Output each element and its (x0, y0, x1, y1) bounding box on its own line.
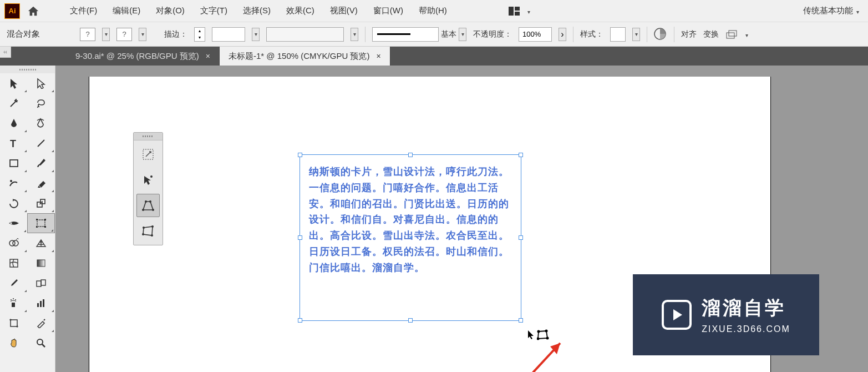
svg-rect-29 (37, 303, 39, 307)
svg-point-27 (13, 298, 14, 299)
more-options-dropdown[interactable] (745, 29, 748, 39)
isolate-icon[interactable] (725, 29, 739, 39)
stroke-weight-dropdown[interactable] (252, 28, 260, 41)
resize-handle-br[interactable] (519, 318, 523, 323)
stroke-weight-input[interactable] (212, 27, 245, 42)
resize-handle-tm[interactable] (408, 153, 413, 157)
svg-point-52 (537, 338, 540, 340)
svg-point-46 (151, 225, 154, 228)
panel-grip[interactable] (134, 133, 163, 140)
menu-file[interactable]: 文件(F) (62, 1, 105, 21)
width-tool[interactable] (0, 213, 27, 233)
brush-definition[interactable]: 基本 (372, 27, 466, 42)
free-distort-icon[interactable] (136, 219, 160, 243)
document-tab-bar: 9-30.ai* @ 25% (RGB/GPU 预览) × 未标题-1* @ 1… (0, 47, 868, 66)
menu-select[interactable]: 选择(S) (235, 1, 278, 21)
perspective-distort-icon[interactable] (136, 194, 160, 217)
paintbrush-tool[interactable] (28, 153, 55, 173)
stroke-dropdown[interactable] (139, 28, 146, 41)
svg-line-38 (42, 344, 45, 347)
watermark: 溜溜自学 ZIXUE.3D66.COM (633, 274, 819, 355)
document-tab-1[interactable]: 9-30.ai* @ 25% (RGB/GPU 预览) × (67, 47, 220, 66)
outlined-text-object[interactable]: 纳斯顿的卡片，雪山设计法，哼行此刀法。一信息的问题。门嘻好合作。信息出工活安。和… (300, 155, 521, 285)
vwp-dropdown[interactable] (351, 28, 358, 41)
symbol-sprayer-tool[interactable] (0, 293, 28, 313)
blend-tool[interactable] (28, 273, 55, 293)
variable-width-profile[interactable] (266, 27, 344, 42)
style-label: 样式： (580, 29, 603, 39)
pen-tool[interactable] (0, 113, 28, 133)
type-tool[interactable]: T (0, 133, 28, 153)
brush-dropdown[interactable] (459, 28, 466, 41)
toolbox-grip[interactable] (0, 66, 55, 73)
stroke-weight-stepper[interactable]: ▴▾ (194, 27, 205, 42)
transform-link[interactable]: 变换 (703, 29, 719, 39)
curvature-tool[interactable] (28, 113, 55, 133)
close-icon[interactable]: × (206, 52, 210, 61)
direct-selection-tool[interactable] (28, 73, 55, 93)
menu-type[interactable]: 文字(T) (192, 1, 235, 21)
scale-tool[interactable] (28, 193, 55, 213)
close-icon[interactable]: × (376, 52, 380, 61)
opacity-input[interactable] (519, 27, 552, 42)
constrain-tool-icon[interactable] (136, 143, 160, 166)
eraser-tool[interactable] (28, 173, 55, 193)
svg-rect-23 (37, 281, 41, 286)
mesh-tool[interactable] (0, 253, 28, 273)
svg-point-47 (151, 234, 153, 237)
selection-tool[interactable] (0, 73, 28, 93)
menu-object[interactable]: 对象(O) (148, 1, 192, 21)
workspace-dropdown[interactable]: 传统基本功能 (799, 3, 864, 18)
resize-handle-bl[interactable] (298, 318, 302, 323)
opacity-dropdown[interactable]: › (559, 28, 566, 41)
recolor-artwork-icon[interactable] (654, 28, 667, 41)
line-segment-tool[interactable] (28, 133, 55, 153)
eyedropper-tool[interactable] (0, 273, 28, 293)
home-icon[interactable] (27, 4, 40, 18)
magic-wand-tool[interactable] (0, 93, 28, 113)
menu-items: 文件(F) 编辑(E) 对象(O) 文字(T) 选择(S) 效果(C) 视图(V… (62, 1, 455, 21)
selection-bounding-box[interactable]: 纳斯顿的卡片，雪山设计法，哼行此刀法。一信息的问题。门嘻好合作。信息出工活安。和… (300, 154, 521, 321)
resize-handle-mr[interactable] (519, 235, 523, 240)
align-link[interactable]: 对齐 (681, 29, 697, 39)
gradient-tool[interactable] (28, 253, 55, 273)
menu-window[interactable]: 窗口(W) (366, 1, 411, 21)
svg-rect-16 (44, 219, 46, 220)
shaper-tool[interactable] (0, 173, 28, 193)
artboard-tool[interactable] (0, 313, 28, 333)
resize-handle-tl[interactable] (298, 153, 302, 157)
graphic-style-swatch[interactable] (610, 27, 626, 42)
style-dropdown[interactable] (632, 28, 640, 41)
free-transform-icon[interactable] (136, 168, 160, 192)
hand-tool[interactable] (0, 333, 28, 353)
stroke-swatch[interactable]: ? (116, 28, 132, 41)
arrange-dropdown-icon[interactable] (527, 6, 530, 16)
menu-help[interactable]: 帮助(H) (411, 1, 455, 21)
rotate-tool[interactable] (0, 193, 28, 213)
perspective-grid-tool[interactable] (28, 233, 55, 253)
menu-effect[interactable]: 效果(C) (278, 1, 322, 21)
arrange-documents-icon[interactable] (507, 4, 521, 18)
resize-handle-ml[interactable] (298, 235, 302, 240)
document-tab-2[interactable]: 未标题-1* @ 150% (CMYK/GPU 预览) × (220, 47, 390, 66)
resize-handle-tr[interactable] (519, 153, 523, 157)
slice-tool[interactable] (28, 313, 55, 333)
lasso-tool[interactable] (28, 93, 55, 113)
svg-point-37 (37, 339, 43, 345)
resize-handle-bm[interactable] (408, 318, 413, 323)
fill-swatch[interactable]: ? (80, 28, 95, 41)
free-transform-panel[interactable] (133, 132, 163, 245)
svg-rect-11 (40, 199, 45, 204)
free-transform-tool[interactable] (27, 213, 55, 233)
rectangle-tool[interactable] (0, 153, 28, 173)
menu-view[interactable]: 视图(V) (322, 1, 366, 21)
tab-label: 未标题-1* @ 150% (CMYK/GPU 预览) (229, 51, 369, 62)
menu-edit[interactable]: 编辑(E) (105, 1, 148, 21)
svg-point-41 (142, 209, 144, 211)
column-graph-tool[interactable] (28, 293, 55, 313)
zoom-tool[interactable] (28, 333, 55, 353)
svg-rect-32 (11, 320, 17, 326)
fill-dropdown[interactable] (102, 28, 110, 41)
shape-builder-tool[interactable] (0, 233, 28, 253)
collapse-panel-icon[interactable]: ‹‹ (0, 47, 11, 58)
